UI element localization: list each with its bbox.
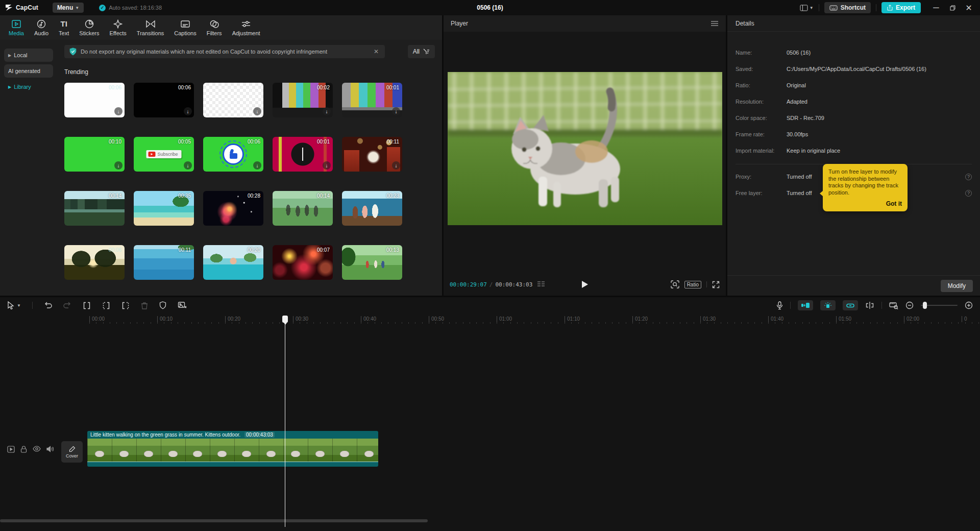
clip-duration-badge: 00:00:43:03 [244, 432, 275, 438]
media-thumbnail[interactable]: 00:28 [203, 191, 263, 226]
export-button[interactable]: Export [881, 2, 921, 13]
hide-track-icon[interactable] [33, 446, 41, 453]
preview-quality-icon[interactable] [671, 280, 679, 288]
delete-icon[interactable] [141, 302, 148, 309]
media-thumbnail[interactable]: 00:23 [342, 191, 402, 226]
layout-panels-icon[interactable]: ▼ [800, 5, 814, 11]
media-thumbnail[interactable]: 00:35 [134, 191, 194, 226]
tab-audio[interactable]: Audio [30, 18, 53, 37]
play-button[interactable] [582, 281, 588, 288]
tab-captions[interactable]: Captions [169, 18, 201, 37]
timeline-horizontal-scrollbar[interactable] [0, 519, 428, 522]
redo-icon[interactable] [63, 302, 71, 309]
undo-icon[interactable] [44, 302, 52, 309]
mark-shield-icon[interactable] [159, 301, 166, 309]
voiceover-mic-icon[interactable] [776, 301, 783, 310]
ratio-button[interactable]: Ratio [684, 281, 701, 288]
details-label: Saved: [736, 66, 787, 72]
media-thumbnail[interactable]: 00:06↓ [203, 137, 263, 172]
help-icon[interactable]: ? [965, 174, 972, 180]
playhead-handle[interactable] [282, 316, 288, 323]
maximize-button[interactable] [945, 2, 960, 14]
filter-all-dropdown[interactable]: All [408, 45, 435, 58]
media-thumbnail[interactable]: 00:01↓ [273, 137, 333, 172]
split-icon[interactable] [83, 302, 91, 309]
video-clip[interactable]: Little kitten walking on the green grass… [87, 431, 378, 467]
download-icon[interactable]: ↓ [323, 107, 331, 115]
media-thumbnail[interactable]: 00:07 [273, 245, 333, 280]
preview-axis-icon[interactable] [865, 302, 874, 309]
media-thumbnail[interactable]: 00:14 [273, 191, 333, 226]
download-icon[interactable]: ↓ [392, 107, 400, 115]
tab-effects[interactable]: Effects [105, 18, 131, 37]
frames-view-icon[interactable] [537, 281, 545, 287]
thumbnail-duration: 00:07 [317, 247, 330, 253]
cover-button[interactable]: Cover [61, 441, 83, 463]
sidebar-item-local[interactable]: ▶ Local [4, 49, 53, 62]
close-button[interactable]: ✕ [962, 2, 976, 14]
details-value: 0506 (16) [787, 50, 811, 56]
timeline-zoom-slider[interactable] [921, 305, 958, 306]
sidebar-item-ai-generated[interactable]: AI generated [4, 64, 53, 78]
fit-timeline-icon[interactable] [889, 302, 898, 309]
download-icon[interactable]: ↓ [114, 161, 122, 170]
tab-text[interactable]: TI Text [54, 18, 74, 37]
media-thumbnail[interactable]: Subscribe00:05↓ [134, 137, 194, 172]
close-icon[interactable]: ✕ [373, 48, 380, 55]
sidebar-item-library[interactable]: ▶ Library [4, 80, 53, 93]
player-menu-icon[interactable] [710, 20, 719, 27]
auto-link-toggle[interactable] [843, 300, 858, 310]
main-track-icon[interactable] [7, 446, 15, 453]
details-label: Resolution: [736, 99, 787, 105]
zoom-out-icon[interactable] [905, 301, 914, 309]
tab-label: Media [9, 30, 24, 36]
download-icon[interactable]: ↓ [184, 107, 192, 115]
media-thumbnail[interactable]: 00:06 [64, 245, 125, 280]
zoom-slider-handle[interactable] [923, 302, 927, 309]
download-icon[interactable]: ↓ [114, 107, 122, 115]
got-it-button[interactable]: Got it [828, 200, 902, 207]
delete-right-icon[interactable] [121, 302, 130, 309]
details-value: SDR - Rec.709 [787, 115, 824, 121]
tab-transitions[interactable]: Transitions [132, 18, 168, 37]
menu-button[interactable]: Menu ▼ [53, 3, 84, 13]
download-icon[interactable]: ↓ [323, 161, 331, 170]
media-thumbnail[interactable]: 00:10↓ [64, 137, 125, 172]
details-row: Frame rate:30.00fps [727, 126, 980, 142]
download-icon[interactable]: ↓ [392, 161, 400, 170]
media-thumbnail[interactable]: 00:06↓ [64, 83, 125, 117]
delete-left-icon[interactable] [102, 302, 110, 309]
media-thumbnail[interactable]: 00:20 [203, 245, 263, 280]
lock-track-icon[interactable] [20, 446, 27, 453]
extract-frame-icon[interactable] [178, 301, 187, 309]
video-preview[interactable] [448, 72, 722, 225]
select-cursor-icon[interactable]: ▼ [7, 301, 21, 309]
playhead[interactable] [285, 316, 285, 527]
tab-media[interactable]: Media [4, 18, 29, 37]
zoom-in-icon[interactable] [965, 301, 973, 309]
download-icon[interactable]: ↓ [184, 161, 192, 170]
media-thumbnail[interactable]: 00:13 [342, 245, 402, 280]
download-icon[interactable]: ↓ [253, 161, 261, 170]
mute-track-icon[interactable] [46, 446, 54, 453]
main-track-magnet-toggle[interactable] [820, 300, 836, 310]
tab-stickers[interactable]: Stickers [75, 18, 104, 37]
media-thumbnail[interactable]: 00:11 [134, 245, 194, 280]
media-thumbnail[interactable]: 00:11↓ [342, 137, 402, 172]
fullscreen-icon[interactable] [712, 281, 720, 288]
player-panel: Player [444, 15, 726, 296]
modify-button[interactable]: Modify [941, 280, 973, 292]
media-thumbnail[interactable]: 00:14 [64, 191, 125, 226]
media-thumbnail[interactable]: 00:06↓ [134, 83, 194, 117]
tab-adjustment[interactable]: Adjustment [228, 18, 265, 37]
download-icon[interactable]: ↓ [253, 107, 261, 115]
auto-ripple-toggle[interactable] [798, 300, 813, 310]
media-thumbnail[interactable]: 00:01↓ [342, 83, 402, 117]
shortcut-button[interactable]: Shortcut [824, 2, 871, 13]
media-thumbnail[interactable]: ↓ [203, 83, 263, 117]
tab-filters[interactable]: Filters [202, 18, 227, 37]
minimize-button[interactable]: ─ [929, 2, 943, 14]
help-icon[interactable]: ? [965, 190, 972, 197]
media-thumbnail[interactable]: 00:02↓ [273, 83, 333, 117]
timeline-ruler[interactable]: 00:0000:1000:2000:3000:4000:5001:0001:10… [0, 316, 980, 325]
